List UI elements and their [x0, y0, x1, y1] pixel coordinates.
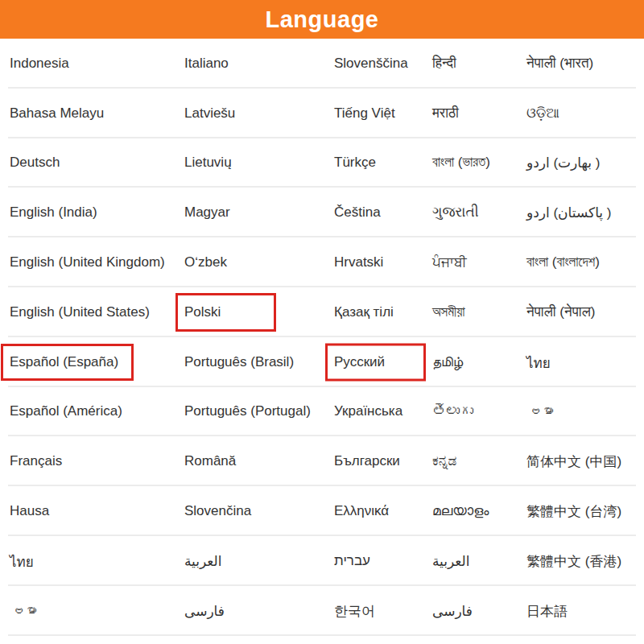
- language-row: English (India) Magyar Čeština ગુજરાતી ا…: [0, 188, 644, 237]
- language-row: Español (América) Português (Portugal) У…: [0, 387, 644, 437]
- language-item[interactable]: 繁體中文 (香港): [526, 551, 621, 570]
- language-item[interactable]: Lietuvių: [184, 155, 232, 171]
- language-item[interactable]: Slovenščina: [334, 56, 408, 72]
- language-item[interactable]: Bahasa Melayu: [10, 105, 104, 122]
- language-item[interactable]: العربية: [432, 552, 469, 569]
- language-item[interactable]: Hrvatski: [334, 254, 383, 270]
- language-item[interactable]: ไทย: [526, 351, 551, 373]
- language-item[interactable]: বাংলা (বাংলাদেশ): [526, 254, 600, 270]
- language-item[interactable]: Italiano: [184, 56, 229, 72]
- language-item[interactable]: বাংলা (ভারত): [432, 155, 490, 171]
- language-row: Indonesia Italiano Slovenščina हिन्दी ने…: [0, 39, 644, 89]
- language-item[interactable]: ဗမာ: [10, 603, 37, 619]
- language-item[interactable]: తెలుగు: [432, 403, 473, 419]
- language-item[interactable]: मराठी: [432, 105, 459, 122]
- language-item[interactable]: 简体中文 (中国): [526, 452, 621, 471]
- language-row: Bahasa Melayu Latviešu Tiếng Việt मराठी …: [0, 89, 644, 138]
- language-item[interactable]: עברית: [334, 553, 370, 569]
- language-item[interactable]: العربية: [184, 552, 221, 569]
- language-item[interactable]: Română: [184, 453, 236, 469]
- language-item[interactable]: नेपाली (भारत): [526, 56, 593, 72]
- language-item[interactable]: অসমীয়া: [432, 304, 465, 320]
- language-item[interactable]: 繁體中文 (台湾): [526, 502, 621, 521]
- language-item[interactable]: ไทย: [10, 550, 34, 572]
- language-item[interactable]: ગુજરાતી: [432, 204, 479, 221]
- language-item[interactable]: Français: [10, 453, 62, 469]
- language-item[interactable]: فارسی: [184, 602, 225, 619]
- language-grid: Indonesia Italiano Slovenščina हिन्दी ने…: [0, 39, 644, 636]
- language-item[interactable]: English (United Kingdom): [10, 254, 165, 270]
- language-item[interactable]: ଓଡ଼ିଆ: [526, 105, 559, 122]
- language-item[interactable]: Español (América): [10, 403, 122, 419]
- language-item[interactable]: Magyar: [184, 204, 230, 221]
- language-item[interactable]: Slovenčina: [184, 503, 251, 519]
- language-row: Español (España) Português (Brasil) Русс…: [0, 337, 644, 387]
- page-title: Language: [266, 6, 379, 33]
- language-row: Hausa Slovenčina Ελληνικά മലയാളം 繁體中文 (台…: [0, 486, 644, 536]
- language-item-highlighted[interactable]: Español (España): [1, 344, 134, 381]
- language-item-highlighted[interactable]: Русский: [325, 343, 426, 381]
- language-item[interactable]: Türkçe: [334, 155, 376, 171]
- language-item[interactable]: Қазақ тілі: [334, 304, 394, 320]
- language-item[interactable]: Latviešu: [184, 105, 235, 122]
- language-row: English (United Kingdom) Oʻzbek Hrvatski…: [0, 237, 644, 287]
- language-row: ไทย العربية עברית العربية 繁體中文 (香港): [0, 536, 644, 586]
- language-item[interactable]: Indonesia: [10, 56, 69, 72]
- language-item[interactable]: Português (Brasil): [184, 354, 294, 370]
- language-item[interactable]: Deutsch: [10, 155, 60, 171]
- language-item-highlighted[interactable]: Polski: [175, 293, 276, 332]
- language-item[interactable]: ಕನ್ನಡ: [432, 453, 456, 469]
- language-item[interactable]: Ελληνικά: [334, 503, 389, 519]
- header-bar: Language: [0, 0, 644, 39]
- language-item[interactable]: Български: [334, 453, 400, 469]
- language-row: ဗမာ فارسی 한국어 فارسی 日本語: [0, 586, 644, 636]
- language-item[interactable]: नेपाली (नेपाल): [526, 304, 595, 320]
- language-item[interactable]: Hausa: [10, 503, 49, 519]
- language-item[interactable]: 日本語: [526, 601, 568, 620]
- language-item[interactable]: മലയാളം: [432, 503, 489, 519]
- language-item[interactable]: தமிழ்: [432, 354, 463, 370]
- language-item[interactable]: 한국어: [334, 601, 375, 620]
- language-item[interactable]: ਪੰਜਾਬੀ: [432, 254, 467, 270]
- language-item[interactable]: اردو‎ (بھارت‎ ): [526, 155, 600, 171]
- language-item[interactable]: Українська: [334, 403, 402, 419]
- language-settings-screen: Language Indonesia Italiano Slovenščina …: [0, 0, 644, 644]
- language-item[interactable]: हिन्दी: [432, 56, 456, 72]
- language-item[interactable]: English (India): [10, 204, 97, 221]
- language-item[interactable]: Tiếng Việt: [334, 105, 395, 122]
- language-item[interactable]: فارسی: [432, 602, 473, 619]
- language-row: English (United States) Polski Қазақ тіл…: [0, 287, 644, 337]
- language-item[interactable]: اردو‎ (پاکستان‎ ): [526, 204, 611, 221]
- language-item[interactable]: Oʻzbek: [184, 254, 227, 270]
- language-item[interactable]: Português (Portugal): [184, 403, 311, 419]
- language-item[interactable]: ဗမာ: [526, 403, 554, 419]
- language-row: Français Română Български ಕನ್ನಡ 简体中文 (中国…: [0, 436, 644, 486]
- language-item[interactable]: Čeština: [334, 204, 381, 221]
- language-row: Deutsch Lietuvių Türkçe বাংলা (ভারত) ارد…: [0, 138, 644, 188]
- language-item[interactable]: English (United States): [10, 304, 150, 320]
